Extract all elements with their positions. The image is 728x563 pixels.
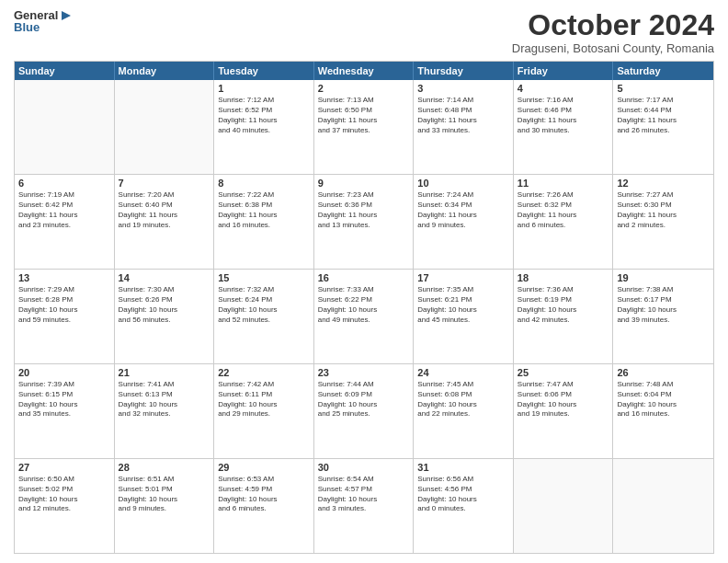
cell-text-line: and 39 minutes. (617, 316, 710, 326)
cell-text-line: Sunrise: 7:30 AM (119, 285, 210, 295)
cell-text-line: Sunset: 5:02 PM (18, 485, 110, 495)
cell-text-line: Sunrise: 6:56 AM (417, 475, 509, 485)
day-number: 29 (218, 462, 310, 473)
main-title: October 2024 (512, 9, 714, 41)
calendar-cell (15, 80, 115, 174)
cell-text-line: Sunset: 6:13 PM (119, 390, 210, 400)
cell-text-line: and 29 minutes. (218, 409, 310, 419)
calendar-cell: 28Sunrise: 6:51 AMSunset: 5:01 PMDayligh… (115, 459, 215, 553)
day-number: 24 (417, 367, 509, 378)
cell-text-line: Sunset: 6:11 PM (218, 390, 310, 400)
cell-text-line: and 6 minutes. (518, 221, 609, 231)
cell-text-line: Sunset: 6:50 PM (318, 106, 410, 116)
weekday-header: Wednesday (314, 62, 415, 80)
calendar-cell (115, 80, 215, 174)
cell-text-line: Sunset: 6:17 PM (617, 295, 710, 305)
day-number: 8 (218, 178, 310, 189)
title-block: October 2024 Draguseni, Botosani County,… (512, 9, 714, 55)
cell-text-line: Sunset: 6:42 PM (18, 201, 110, 211)
calendar-cell: 29Sunrise: 6:53 AMSunset: 4:59 PMDayligh… (214, 459, 314, 553)
cell-text-line: Sunset: 5:01 PM (119, 485, 210, 495)
day-number: 3 (417, 83, 509, 94)
day-number: 18 (518, 272, 609, 283)
day-number: 14 (119, 272, 210, 283)
cell-text-line: and 52 minutes. (218, 316, 310, 326)
cell-text-line: Sunset: 6:28 PM (18, 295, 110, 305)
cell-text-line: Daylight: 10 hours (119, 400, 210, 410)
cell-text-line: Sunrise: 7:36 AM (518, 285, 609, 295)
cell-text-line: and 13 minutes. (318, 221, 410, 231)
day-number: 22 (218, 367, 310, 378)
cell-text-line: and 6 minutes. (218, 504, 310, 514)
calendar-week-row: 20Sunrise: 7:39 AMSunset: 6:15 PMDayligh… (15, 363, 713, 458)
cell-text-line: Sunset: 6:08 PM (417, 390, 509, 400)
calendar-cell: 27Sunrise: 6:50 AMSunset: 5:02 PMDayligh… (15, 459, 115, 553)
cell-text-line: Sunrise: 7:41 AM (119, 380, 210, 390)
day-number: 12 (617, 178, 710, 189)
calendar: SundayMondayTuesdayWednesdayThursdayFrid… (14, 61, 714, 554)
calendar-cell: 10Sunrise: 7:24 AMSunset: 6:34 PMDayligh… (414, 175, 514, 269)
calendar-cell: 4Sunrise: 7:16 AMSunset: 6:46 PMDaylight… (514, 80, 614, 174)
cell-text-line: Sunset: 6:15 PM (18, 390, 110, 400)
cell-text-line: Sunrise: 7:27 AM (617, 190, 710, 201)
cell-text-line: Daylight: 11 hours (617, 211, 710, 221)
cell-text-line: Sunrise: 7:42 AM (218, 380, 310, 390)
cell-text-line: Daylight: 10 hours (518, 305, 609, 316)
svg-marker-0 (62, 11, 71, 20)
calendar-week-row: 27Sunrise: 6:50 AMSunset: 5:02 PMDayligh… (15, 458, 713, 553)
calendar-cell: 3Sunrise: 7:14 AMSunset: 6:48 PMDaylight… (414, 80, 514, 174)
calendar-cell: 2Sunrise: 7:13 AMSunset: 6:50 PMDaylight… (314, 80, 415, 174)
calendar-cell: 19Sunrise: 7:38 AMSunset: 6:17 PMDayligh… (613, 270, 713, 363)
cell-text-line: and 42 minutes. (518, 316, 609, 326)
day-number: 21 (119, 367, 210, 378)
day-number: 10 (417, 178, 509, 189)
cell-text-line: Daylight: 11 hours (218, 116, 310, 126)
day-number: 20 (18, 367, 110, 378)
cell-text-line: and 12 minutes. (18, 504, 110, 514)
page: General Blue October 2024 Draguseni, Bot… (0, 0, 728, 563)
cell-text-line: Sunset: 6:24 PM (218, 295, 310, 305)
day-number: 26 (617, 367, 710, 378)
calendar-week-row: 6Sunrise: 7:19 AMSunset: 6:42 PMDaylight… (15, 174, 713, 269)
day-number: 23 (318, 367, 410, 378)
cell-text-line: Daylight: 10 hours (417, 495, 509, 505)
weekday-header: Sunday (15, 62, 115, 80)
cell-text-line: and 16 minutes. (218, 221, 310, 231)
cell-text-line: and 33 minutes. (417, 126, 509, 136)
weekday-header: Friday (514, 62, 614, 80)
cell-text-line: and 19 minutes. (518, 409, 609, 419)
cell-text-line: Sunrise: 7:38 AM (617, 285, 710, 295)
calendar-body: 1Sunrise: 7:12 AMSunset: 6:52 PMDaylight… (15, 80, 713, 553)
cell-text-line: Daylight: 10 hours (218, 305, 310, 316)
cell-text-line: Daylight: 10 hours (318, 305, 410, 316)
cell-text-line: Sunrise: 7:35 AM (417, 285, 509, 295)
day-number: 6 (18, 178, 110, 189)
day-number: 11 (518, 178, 609, 189)
cell-text-line: Sunset: 6:36 PM (318, 201, 410, 211)
cell-text-line: and 2 minutes. (617, 221, 710, 231)
cell-text-line: Sunset: 6:26 PM (119, 295, 210, 305)
cell-text-line: Sunrise: 7:32 AM (218, 285, 310, 295)
cell-text-line: Sunset: 4:59 PM (218, 485, 310, 495)
cell-text-line: Daylight: 10 hours (18, 400, 110, 410)
cell-text-line: Sunset: 6:48 PM (417, 106, 509, 116)
cell-text-line: Sunset: 6:52 PM (218, 106, 310, 116)
cell-text-line: and 0 minutes. (417, 504, 509, 514)
calendar-cell: 16Sunrise: 7:33 AMSunset: 6:22 PMDayligh… (314, 270, 415, 363)
calendar-cell: 18Sunrise: 7:36 AMSunset: 6:19 PMDayligh… (514, 270, 614, 363)
cell-text-line: Sunset: 6:30 PM (617, 201, 710, 211)
day-number: 28 (119, 462, 210, 473)
calendar-cell: 15Sunrise: 7:32 AMSunset: 6:24 PMDayligh… (214, 270, 314, 363)
cell-text-line: Daylight: 10 hours (218, 400, 310, 410)
cell-text-line: Sunset: 6:09 PM (318, 390, 410, 400)
cell-text-line: Daylight: 11 hours (318, 116, 410, 126)
calendar-cell: 7Sunrise: 7:20 AMSunset: 6:40 PMDaylight… (115, 175, 215, 269)
cell-text-line: Sunset: 6:32 PM (518, 201, 609, 211)
cell-text-line: Sunrise: 7:24 AM (417, 190, 509, 201)
cell-text-line: and 56 minutes. (119, 316, 210, 326)
cell-text-line: Daylight: 10 hours (417, 305, 509, 316)
calendar-cell: 5Sunrise: 7:17 AMSunset: 6:44 PMDaylight… (613, 80, 713, 174)
cell-text-line: Sunrise: 7:39 AM (18, 380, 110, 390)
cell-text-line: Sunset: 6:44 PM (617, 106, 710, 116)
cell-text-line: and 26 minutes. (617, 126, 710, 136)
